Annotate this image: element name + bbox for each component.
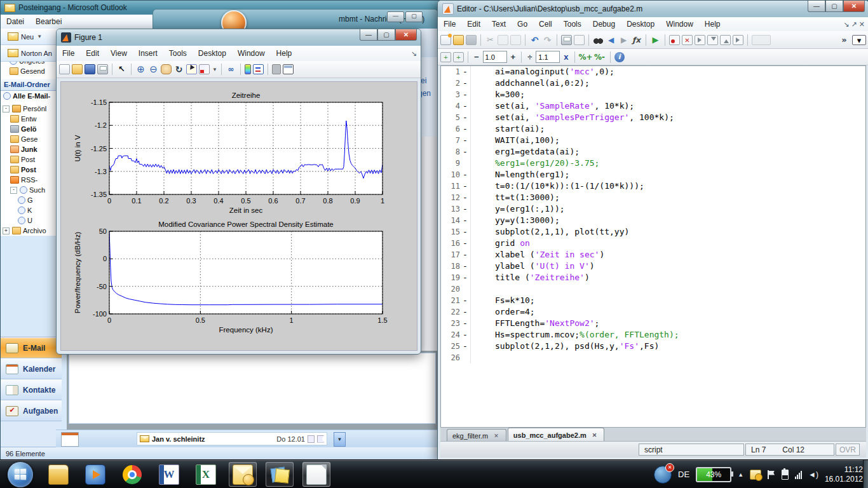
editor-minimize-button[interactable]: — [808, 1, 825, 12]
calendar-peek-icon[interactable] [61, 432, 79, 447]
print-preview-icon[interactable] [574, 35, 585, 45]
network-icon[interactable] [795, 470, 802, 479]
nav-button-e-mail[interactable]: E-Mail [1, 337, 62, 358]
undo-icon[interactable]: ↶ [529, 35, 540, 45]
paste-icon[interactable] [510, 35, 521, 45]
menu-item-file[interactable]: File [438, 18, 461, 30]
tree-item-such[interactable]: -Such [1, 185, 62, 195]
menu-item-bearbei[interactable]: Bearbei [30, 16, 67, 27]
menu-item-window[interactable]: Window [232, 48, 271, 59]
tree-item-post[interactable]: Post [1, 154, 62, 165]
action-flag-icon[interactable] [768, 470, 775, 479]
clear-breakpoints-icon[interactable]: ✕ [682, 35, 693, 45]
copy-icon[interactable] [498, 35, 508, 45]
run-icon[interactable]: ▶ [650, 35, 661, 45]
message-body[interactable] [67, 351, 438, 430]
go-back-icon[interactable]: ◀ [606, 35, 616, 45]
new-script-icon[interactable] [440, 35, 451, 45]
menu-dock-icon[interactable]: ↘ [411, 50, 421, 58]
print-icon[interactable] [561, 35, 572, 45]
tree-item-k[interactable]: K [1, 205, 62, 215]
mail-folders-header[interactable]: E-Mail-Ordner [1, 79, 62, 91]
menu-item-edit[interactable]: Edit [461, 18, 486, 30]
brush-dropdown-icon[interactable]: ▼ [212, 67, 217, 72]
menu-item-help[interactable]: Help [699, 18, 726, 30]
data-cursor-icon[interactable] [186, 64, 197, 74]
insert-legend-icon[interactable] [253, 64, 264, 74]
find-icon[interactable] [593, 35, 604, 45]
step-out-icon[interactable] [720, 35, 731, 45]
language-indicator[interactable]: DE [678, 470, 689, 479]
tab-close-icon[interactable]: ✕ [590, 431, 599, 439]
menu-item-text[interactable]: Text [486, 18, 512, 30]
new-figure-icon[interactable] [59, 64, 70, 74]
insert-colorbar-icon[interactable] [245, 64, 251, 74]
tree-item-post[interactable]: Post [1, 165, 62, 175]
print-figure-icon[interactable] [97, 64, 108, 74]
nav-button-kontakte[interactable]: Kontakte [1, 379, 62, 400]
cut-icon[interactable]: ✂ [485, 35, 496, 45]
dock-select-icon[interactable]: ▾ [852, 35, 866, 45]
menu-item-go[interactable]: Go [512, 18, 533, 30]
taskbar-notepad-button[interactable] [302, 462, 330, 487]
menu-item-insert[interactable]: Insert [133, 48, 163, 59]
tree-item-persönl[interactable]: -Persönl [1, 104, 62, 114]
set-breakpoint-icon[interactable] [669, 35, 680, 45]
menu-item-help[interactable]: Help [271, 48, 298, 59]
insert-cell-above-icon[interactable]: + [440, 52, 451, 62]
editor-close-button[interactable]: ✕ [843, 1, 865, 12]
rotate-3d-icon[interactable]: ↻ [173, 64, 184, 74]
figure-titlebar[interactable]: Figure 1 — ▢ ✕ [57, 29, 421, 46]
taskbar-sticky-notes-button[interactable] [266, 462, 294, 487]
taskbar-outlook-button[interactable] [229, 462, 257, 487]
menu-item-window[interactable]: Window [660, 18, 699, 30]
action-center-icon[interactable] [654, 466, 672, 484]
menu-item-debug[interactable]: Debug [587, 18, 621, 30]
editor-maximize-button[interactable]: ▢ [825, 1, 843, 12]
code-editor[interactable]: 1-ai=analoginput('mcc',0);2-addchannel(a… [440, 65, 866, 428]
divide-value-button[interactable]: ÷ [526, 52, 534, 62]
increase-value-button[interactable]: + [509, 52, 518, 62]
menu-item-file[interactable]: File [57, 48, 80, 59]
message-minimize-button[interactable]: — [387, 11, 404, 22]
tree-item-archivo[interactable]: +Archivo [1, 226, 62, 236]
tree-item-gese[interactable]: Gese [1, 134, 62, 144]
menu-item-desktop[interactable]: Desktop [621, 18, 660, 30]
plot-tools-off-icon[interactable] [272, 64, 281, 74]
tree-expander-icon[interactable]: + [3, 227, 10, 234]
menu-item-datei[interactable]: Datei [1, 16, 30, 27]
comment-icon[interactable]: %+ [579, 52, 592, 62]
figure-minimize-button[interactable]: — [360, 29, 377, 41]
plot-tools-on-icon[interactable] [283, 64, 294, 74]
editor-tab-usb-mcc-aufgabe2-m[interactable]: usb_mcc_aufgabe2.m✕ [508, 428, 604, 442]
edit-cursor-icon[interactable]: ↖ [116, 64, 127, 74]
editor-tab-ekg-filter-m[interactable]: ekg_filter.m✕ [447, 429, 506, 442]
sidebar-item-gesend[interactable]: Gesend [1, 66, 62, 76]
battery-icon[interactable] [782, 470, 789, 480]
overflow-icon[interactable]: » [839, 35, 850, 45]
category-icon[interactable] [308, 435, 315, 443]
show-desktop-button[interactable] [863, 460, 868, 488]
new-mail-button[interactable]: Neu ▼ [3, 30, 46, 43]
pan-icon[interactable] [161, 64, 172, 74]
open-file-icon[interactable] [453, 35, 464, 45]
tree-item-rss-[interactable]: RSS- [1, 175, 62, 185]
cell-value-1-field[interactable]: 1.0 [483, 51, 507, 63]
start-button[interactable] [8, 462, 33, 487]
uncomment-icon[interactable]: %- [593, 52, 606, 62]
nav-button-kalender[interactable]: Kalender [1, 358, 62, 379]
zoom-out-icon[interactable]: ⊖ [148, 64, 159, 74]
tree-item-gelö[interactable]: Gelö [1, 124, 62, 134]
zoom-in-icon[interactable]: ⊕ [135, 64, 146, 74]
open-file-icon[interactable] [72, 64, 83, 74]
menu-item-view[interactable]: View [105, 48, 133, 59]
taskbar-chrome-button[interactable] [118, 462, 146, 487]
figure-maximize-button[interactable]: ▢ [377, 29, 395, 41]
menu-item-tools[interactable]: Tools [163, 48, 193, 59]
brush-icon[interactable] [199, 64, 210, 74]
menu-item-tools[interactable]: Tools [558, 18, 587, 30]
multiply-value-button[interactable]: x [562, 52, 570, 62]
nav-button-aufgaben[interactable]: ✔Aufgaben [1, 400, 62, 421]
outlook-tray-icon[interactable] [750, 470, 761, 480]
decrease-value-button[interactable]: − [472, 52, 481, 62]
